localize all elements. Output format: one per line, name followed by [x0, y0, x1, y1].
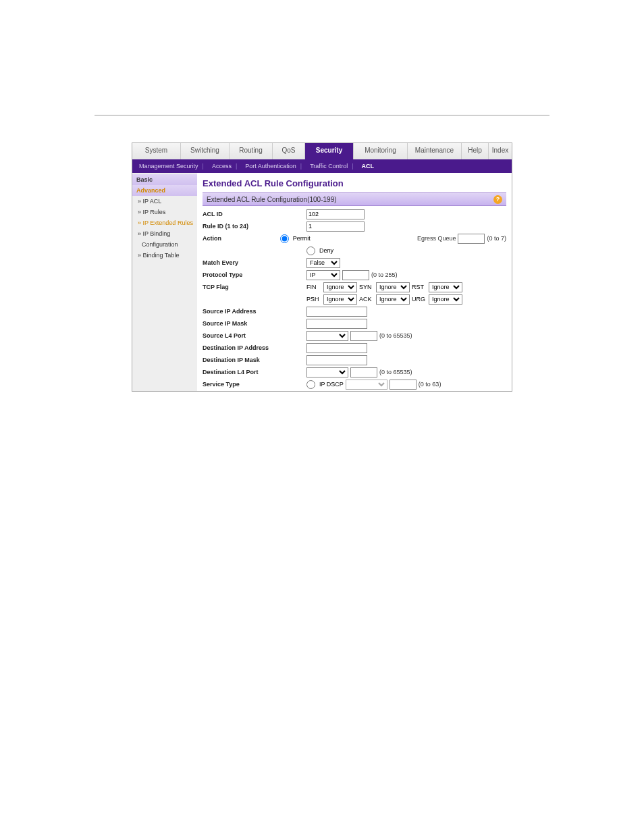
label-src-ip: Source IP Address [203, 308, 306, 315]
src-l4-hint: (0 to 65535) [379, 332, 412, 339]
dst-l4-hint: (0 to 65535) [379, 369, 412, 375]
ack-label: ACK [359, 296, 374, 303]
src-ip-input[interactable] [306, 307, 367, 317]
subtab-management-security[interactable]: Management Security [135, 163, 208, 170]
label-rule-id: Rule ID (1 to 24) [203, 223, 306, 230]
deny-label: Deny [319, 247, 333, 254]
rst-label: RST [412, 284, 427, 290]
sidebar: Basic Advanced » IP ACL » IP Rules » IP … [132, 173, 197, 391]
urg-label: URG [412, 296, 427, 303]
src-l4-input[interactable] [350, 331, 377, 341]
label-dst-l4: Destination L4 Port [203, 369, 306, 375]
fin-label: FIN [306, 284, 321, 290]
label-protocol-type: Protocol Type [203, 271, 306, 278]
section-title: Extended ACL Rule Configuration(100-199) [207, 196, 337, 203]
protocol-type-input[interactable] [342, 270, 369, 280]
action-permit-radio[interactable] [280, 234, 289, 243]
tab-routing[interactable]: Routing [230, 143, 273, 159]
dst-l4-input[interactable] [350, 367, 377, 377]
dst-ip-input[interactable] [306, 343, 367, 353]
rule-id-input[interactable] [306, 221, 365, 232]
egress-hint: (0 to 7) [487, 235, 506, 242]
form: ACL ID Rule ID (1 to 24) Action Permit [203, 209, 506, 390]
app-window: System Switching Routing QoS Security Mo… [132, 142, 512, 392]
syn-select[interactable]: Ignore [376, 282, 410, 292]
sidebar-item-configuration[interactable]: Configuration [132, 239, 197, 250]
header-divider [95, 115, 549, 115]
egress-queue-input[interactable] [458, 234, 485, 244]
src-mask-input[interactable] [306, 319, 367, 329]
sidebar-item-ip-binding[interactable]: » IP Binding [132, 228, 197, 239]
egress-label: Egress Queue [417, 235, 456, 242]
src-l4-select[interactable] [306, 331, 348, 341]
label-src-l4: Source L4 Port [203, 332, 306, 339]
main-tabs: System Switching Routing QoS Security Mo… [132, 143, 512, 159]
rst-select[interactable]: Ignore [429, 282, 462, 292]
urg-select[interactable]: Ignore [429, 294, 462, 305]
psh-label: PSH [306, 296, 321, 303]
acl-id-input[interactable] [306, 209, 365, 219]
dst-mask-input[interactable] [306, 355, 367, 365]
label-tcp-flag: TCP Flag [203, 284, 306, 290]
ip-dscp-select[interactable] [346, 380, 387, 390]
tab-switching[interactable]: Switching [181, 143, 230, 159]
syn-label: SYN [359, 284, 374, 290]
protocol-type-select[interactable]: IP [306, 270, 340, 280]
label-dst-ip: Destination IP Address [203, 344, 306, 351]
tab-qos[interactable]: QoS [273, 143, 305, 159]
subtab-traffic-control[interactable]: Traffic Control [306, 163, 357, 170]
dscp-hint: (0 to 63) [419, 381, 441, 388]
ip-dscp-radio[interactable] [306, 380, 315, 389]
fin-select[interactable]: Ignore [323, 282, 357, 292]
tab-index[interactable]: Index [489, 143, 512, 159]
protocol-hint: (0 to 255) [371, 271, 398, 278]
permit-label: Permit [293, 235, 311, 242]
section-header: Extended ACL Rule Configuration(100-199)… [203, 192, 506, 206]
label-service-type: Service Type [203, 381, 306, 388]
tab-security[interactable]: Security [305, 143, 354, 159]
content-panel: Extended ACL Rule Configuration Extended… [197, 173, 512, 391]
tab-monitoring[interactable]: Monitoring [354, 143, 408, 159]
sidebar-header-basic[interactable]: Basic [132, 174, 197, 185]
match-every-select[interactable]: False [306, 258, 340, 268]
page-title: Extended ACL Rule Configuration [203, 178, 506, 188]
tab-maintenance[interactable]: Maintenance [408, 143, 462, 159]
sidebar-item-binding-table[interactable]: » Binding Table [132, 250, 197, 261]
sidebar-item-ip-extended-rules[interactable]: » IP Extended Rules [132, 217, 197, 228]
ack-select[interactable]: Ignore [376, 294, 410, 305]
sidebar-header-advanced[interactable]: Advanced [132, 185, 197, 196]
label-action: Action [203, 235, 280, 242]
label-match-every: Match Every [203, 259, 306, 266]
tab-help[interactable]: Help [462, 143, 489, 159]
sub-tabs: Management Security Access Port Authenti… [132, 159, 512, 173]
psh-select[interactable]: Ignore [323, 294, 357, 305]
label-src-mask: Source IP Mask [203, 320, 306, 327]
tab-system[interactable]: System [132, 143, 181, 159]
subtab-port-authentication[interactable]: Port Authentication [241, 163, 306, 170]
help-icon[interactable]: ? [493, 195, 502, 204]
subtab-access[interactable]: Access [208, 163, 241, 170]
dst-l4-select[interactable] [306, 367, 348, 377]
sidebar-item-ip-acl[interactable]: » IP ACL [132, 196, 197, 207]
label-dst-mask: Destination IP Mask [203, 357, 306, 363]
label-acl-id: ACL ID [203, 211, 306, 217]
ip-dscp-input[interactable] [390, 380, 417, 390]
ip-dscp-label: IP DSCP [319, 381, 344, 388]
sidebar-item-ip-rules[interactable]: » IP Rules [132, 207, 197, 217]
action-deny-radio[interactable] [306, 246, 315, 255]
subtab-acl[interactable]: ACL [358, 163, 379, 170]
